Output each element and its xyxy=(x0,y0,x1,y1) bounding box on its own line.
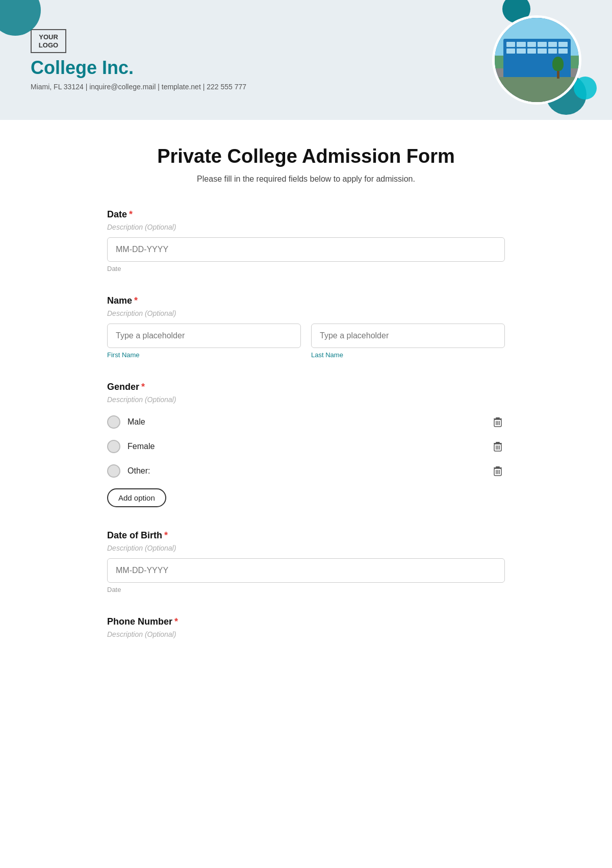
radio-male[interactable] xyxy=(107,415,120,429)
header-left: YOUR LOGO College Inc. Miami, FL 33124 |… xyxy=(31,29,246,91)
first-name-field: First Name xyxy=(107,324,301,359)
section-name: Name* Description (Optional) First Name … xyxy=(107,295,505,359)
dob-description: Description (Optional) xyxy=(107,544,505,552)
last-name-field: Last Name xyxy=(311,324,505,359)
add-option-button[interactable]: Add option xyxy=(107,488,166,507)
last-name-sublabel: Last Name xyxy=(311,351,505,359)
delete-female-button[interactable] xyxy=(491,439,505,454)
radio-female[interactable] xyxy=(107,440,120,453)
tree xyxy=(552,57,564,77)
gender-options: Male Female xyxy=(107,410,505,483)
radio-other-label: Other: xyxy=(128,466,150,476)
gender-option-other: Other: xyxy=(107,459,505,483)
svg-rect-0 xyxy=(496,417,500,418)
phone-label: Phone Number* xyxy=(107,616,505,627)
gender-option-male: Male xyxy=(107,410,505,434)
radio-female-label: Female xyxy=(128,442,155,451)
college-photo xyxy=(492,15,581,105)
section-dob: Date of Birth* Description (Optional) Da… xyxy=(107,530,505,593)
college-name: College Inc. xyxy=(31,57,246,79)
name-label: Name* xyxy=(107,295,505,306)
phone-required: * xyxy=(174,616,178,627)
gender-required: * xyxy=(141,382,145,392)
dob-required: * xyxy=(164,530,168,540)
name-required: * xyxy=(134,295,138,306)
last-name-input[interactable] xyxy=(311,324,505,348)
phone-description: Description (Optional) xyxy=(107,630,505,638)
date-input[interactable] xyxy=(107,237,505,262)
gender-description: Description (Optional) xyxy=(107,395,505,404)
name-row: First Name Last Name xyxy=(107,324,505,359)
header-right xyxy=(492,15,581,105)
first-name-sublabel: First Name xyxy=(107,351,301,359)
delete-other-button[interactable] xyxy=(491,464,505,478)
dob-input[interactable] xyxy=(107,558,505,583)
date-sublabel: Date xyxy=(107,265,505,272)
logo-box: YOUR LOGO xyxy=(31,29,66,53)
form-container: Private College Admission Form Please fi… xyxy=(76,120,536,692)
date-label: Date* xyxy=(107,209,505,220)
svg-rect-12 xyxy=(496,466,500,467)
dob-sublabel: Date xyxy=(107,586,505,593)
add-option-label: Add option xyxy=(118,493,155,502)
svg-rect-6 xyxy=(496,442,500,443)
dob-label: Date of Birth* xyxy=(107,530,505,541)
delete-male-button[interactable] xyxy=(491,415,505,429)
name-description: Description (Optional) xyxy=(107,309,505,317)
gender-label: Gender* xyxy=(107,382,505,392)
form-title: Private College Admission Form xyxy=(107,145,505,167)
radio-other[interactable] xyxy=(107,464,120,478)
section-phone: Phone Number* Description (Optional) xyxy=(107,616,505,638)
page-header: YOUR LOGO College Inc. Miami, FL 33124 |… xyxy=(0,0,612,120)
radio-male-label: Male xyxy=(128,417,145,427)
form-subtitle: Please fill in the required fields below… xyxy=(107,175,505,184)
college-contact: Miami, FL 33124 | inquire@college.mail |… xyxy=(31,83,246,91)
date-description: Description (Optional) xyxy=(107,223,505,231)
date-required: * xyxy=(129,209,133,219)
section-gender: Gender* Description (Optional) Male xyxy=(107,382,505,507)
first-name-input[interactable] xyxy=(107,324,301,348)
section-date: Date* Description (Optional) Date xyxy=(107,209,505,272)
gender-option-female: Female xyxy=(107,434,505,459)
